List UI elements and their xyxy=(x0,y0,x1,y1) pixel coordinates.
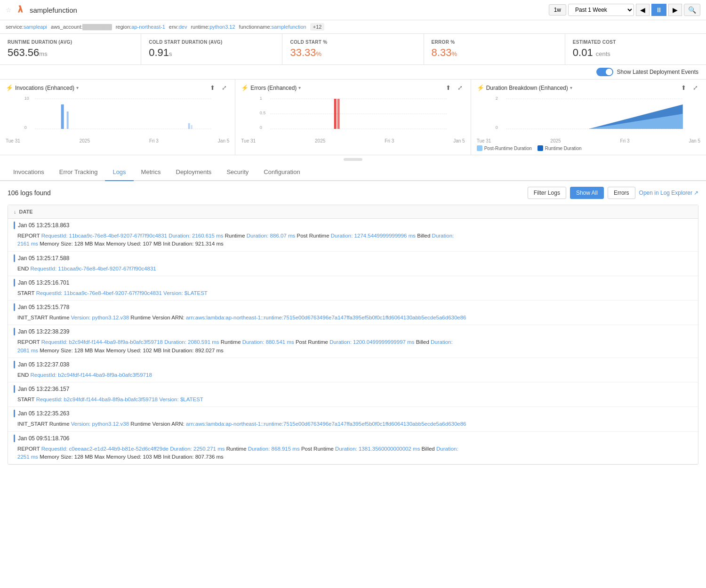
chart-invocations-header: ⚡ Invocations (Enhanced) ▾ ⬆ ⤢ xyxy=(6,83,229,92)
nav-pause-btn[interactable]: ⏸ xyxy=(651,4,666,16)
log-timestamp-4[interactable]: Jan 05 13:25:15.778 xyxy=(8,301,698,313)
chart-invocations-area: 10 0 xyxy=(6,95,229,137)
dropdown-arrow-invocations[interactable]: ▾ xyxy=(76,85,79,90)
chart-duration-header: ⚡ Duration Breakdown (Enhanced) ▾ ⬆ ⤢ xyxy=(477,83,700,92)
log-bar-5 xyxy=(14,328,15,335)
deployment-toggle[interactable] xyxy=(596,68,613,76)
tag-account: aws_account:████████ xyxy=(51,24,112,30)
top-bar: ☆ samplefunction 1w Past 1 Week Past 1 H… xyxy=(0,0,706,20)
errors-filter-btn[interactable]: Errors xyxy=(608,187,635,199)
time-controls: 1w Past 1 Week Past 1 Hour Past 1 Day ◀ … xyxy=(549,4,700,16)
dropdown-arrow-duration[interactable]: ▾ xyxy=(570,85,572,90)
tab-configuration[interactable]: Configuration xyxy=(256,164,307,181)
export-invocations-btn[interactable]: ⬆ xyxy=(208,83,217,92)
expand-duration-btn[interactable]: ⤢ xyxy=(690,83,700,92)
nav-next-btn[interactable]: ▶ xyxy=(668,4,682,16)
show-all-btn[interactable]: Show All xyxy=(570,187,604,199)
chart-errors-actions: ⬆ ⤢ xyxy=(443,83,465,92)
charts-section: ⚡ Invocations (Enhanced) ▾ ⬆ ⤢ 10 0 xyxy=(0,79,706,155)
nav-prev-btn[interactable]: ◀ xyxy=(636,4,650,16)
log-timestamp-8[interactable]: Jan 05 13:22:35.263 xyxy=(8,407,698,419)
tag-env: env:dev xyxy=(169,24,187,30)
metric-runtime-label: RUNTIME DURATION (AVG) xyxy=(8,40,133,45)
expand-errors-btn[interactable]: ⤢ xyxy=(455,83,465,92)
chart-duration-labels: Tue 312025Fri 3Jan 5 xyxy=(477,138,700,143)
svg-text:1: 1 xyxy=(260,96,262,101)
log-entry-8: Jan 05 13:22:35.263 INIT_START Runtime V… xyxy=(8,407,698,431)
log-content-9: REPORT RequestId: c0eeaac2-e1d2-44b9-b81… xyxy=(8,444,698,464)
lightning-icon-errors: ⚡ xyxy=(241,84,249,91)
tab-error-tracking[interactable]: Error Tracking xyxy=(52,164,105,181)
log-content-3: START RequestId: 11bcaa9c-76e8-4bef-9207… xyxy=(8,288,698,300)
log-content-6: END RequestId: b2c94fdf-f144-4ba9-8f9a-b… xyxy=(8,370,698,382)
errors-svg: 1 0.5 0 xyxy=(241,95,465,133)
sort-arrow-icon[interactable]: ↓ xyxy=(14,209,16,215)
metric-cold-start-label: COLD START DURATION (AVG) xyxy=(149,40,274,45)
svg-marker-21 xyxy=(588,114,682,129)
logs-section: 106 logs found Filter Logs Show All Erro… xyxy=(0,181,706,470)
duration-svg: 2 0 xyxy=(477,95,700,133)
expand-invocations-btn[interactable]: ⤢ xyxy=(219,83,229,92)
log-entry-7: Jan 05 13:22:36.157 START RequestId: b2c… xyxy=(8,382,698,407)
chart-invocations-labels: Tue 312025Fri 3Jan 5 xyxy=(6,138,229,143)
svg-text:0: 0 xyxy=(260,125,262,130)
tag-functionname: functionname:samplefunction xyxy=(239,24,306,30)
chart-duration-area: 2 0 xyxy=(477,95,700,137)
log-bar-4 xyxy=(14,303,15,311)
chart-invocations-actions: ⬆ ⤢ xyxy=(208,83,229,92)
time-range-short-btn[interactable]: 1w xyxy=(549,4,566,16)
log-timestamp-3[interactable]: Jan 05 13:25:16.701 xyxy=(8,276,698,288)
log-entry-4: Jan 05 13:25:15.778 INIT_START Runtime V… xyxy=(8,301,698,325)
open-log-explorer-link[interactable]: Open in Log Explorer ↗ xyxy=(639,190,698,196)
svg-rect-5 xyxy=(67,111,69,129)
log-timestamp-6[interactable]: Jan 05 13:22:37.038 xyxy=(8,358,698,370)
time-range-select[interactable]: Past 1 Week Past 1 Hour Past 1 Day xyxy=(568,4,634,16)
metric-cost-value: 0.01 cents xyxy=(573,47,698,59)
tag-more[interactable]: +12 xyxy=(310,23,325,31)
logs-count: 106 logs found xyxy=(8,189,51,197)
log-entry-6: Jan 05 13:22:37.038 END RequestId: b2c94… xyxy=(8,358,698,382)
tag-service: service:sampleapi xyxy=(6,24,47,30)
function-name: samplefunction xyxy=(30,6,77,14)
metric-error-pct-value: 8.33% xyxy=(432,47,557,59)
star-icon[interactable]: ☆ xyxy=(6,6,12,14)
metric-runtime-duration: RUNTIME DURATION (AVG) 563.56ms xyxy=(0,34,141,64)
log-table: ↓ DATE Jan 05 13:25:18.863 REPORT Reques… xyxy=(8,205,698,465)
tab-metrics[interactable]: Metrics xyxy=(134,164,168,181)
log-timestamp-2[interactable]: Jan 05 13:25:17.588 xyxy=(8,252,698,264)
lightning-icon-invocations: ⚡ xyxy=(6,84,13,91)
log-content-4: INIT_START Runtime Version: python3.12.v… xyxy=(8,313,698,325)
tab-security[interactable]: Security xyxy=(219,164,256,181)
log-timestamp-9[interactable]: Jan 05 09:51:18.706 xyxy=(8,432,698,444)
tab-invocations[interactable]: Invocations xyxy=(6,164,52,181)
export-errors-btn[interactable]: ⬆ xyxy=(443,83,453,92)
export-duration-btn[interactable]: ⬆ xyxy=(679,83,689,92)
filter-logs-btn[interactable]: Filter Logs xyxy=(528,187,566,199)
dropdown-arrow-errors[interactable]: ▾ xyxy=(298,85,301,90)
log-content-2: END RequestId: 11bcaa9c-76e8-4bef-9207-6… xyxy=(8,264,698,276)
log-bar-2 xyxy=(14,254,15,262)
legend-dot-post xyxy=(477,145,482,151)
tab-deployments[interactable]: Deployments xyxy=(168,164,219,181)
log-content-1: REPORT RequestId: 11bcaa9c-76e8-4bef-920… xyxy=(8,231,698,251)
log-entry-5: Jan 05 13:22:38.239 REPORT RequestId: b2… xyxy=(8,325,698,358)
log-timestamp-7[interactable]: Jan 05 13:22:36.157 xyxy=(8,382,698,395)
chart-errors: ⚡ Errors (Enhanced) ▾ ⬆ ⤢ 1 0.5 0 xyxy=(235,79,471,155)
metric-cold-start-duration: COLD START DURATION (AVG) 0.91s xyxy=(141,34,282,64)
log-entry-1: Jan 05 13:25:18.863 REPORT RequestId: 11… xyxy=(8,219,698,252)
svg-text:2: 2 xyxy=(495,96,497,101)
chart-duration-actions: ⬆ ⤢ xyxy=(679,83,700,92)
log-timestamp-1[interactable]: Jan 05 13:25:18.863 xyxy=(8,219,698,231)
svg-rect-7 xyxy=(191,125,193,129)
svg-text:0.5: 0.5 xyxy=(260,111,266,115)
chart-duration-legend: Post-Runtime Duration Runtime Duration xyxy=(477,145,700,151)
log-bar-9 xyxy=(14,435,15,442)
search-btn[interactable]: 🔍 xyxy=(684,4,700,16)
invocations-svg: 10 0 xyxy=(6,95,229,133)
tags-bar: service:sampleapi aws_account:████████ r… xyxy=(0,20,706,34)
tab-logs[interactable]: Logs xyxy=(105,164,133,181)
svg-text:0: 0 xyxy=(495,125,497,130)
log-timestamp-5[interactable]: Jan 05 13:22:38.239 xyxy=(8,325,698,337)
legend-runtime: Runtime Duration xyxy=(538,145,582,151)
metric-cold-start-pct: COLD START % 33.33% xyxy=(282,34,424,64)
